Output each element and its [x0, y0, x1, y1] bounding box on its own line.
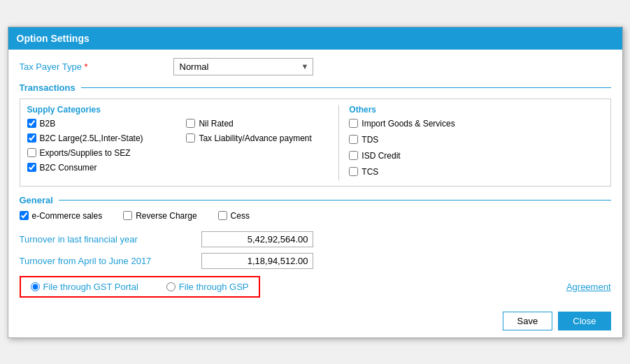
tds-label: TDS	[361, 135, 378, 145]
tax-payer-type-label: Tax Payer Type *	[20, 61, 173, 72]
save-button[interactable]: Save	[503, 312, 553, 330]
reverse-charge-label: Reverse Charge	[136, 211, 196, 221]
exports-sez-checkbox[interactable]	[27, 148, 36, 157]
turnover-last-year-label: Turnover in last financial year	[20, 234, 201, 245]
file-gsp-radio[interactable]	[166, 282, 176, 291]
cess-checkbox[interactable]	[218, 211, 227, 220]
others-title: Others	[349, 105, 603, 115]
turnover-april-june-input[interactable]	[201, 253, 313, 269]
list-item: Reverse Charge	[123, 211, 196, 221]
file-gst-portal-option: File through GST Portal	[31, 282, 138, 292]
list-item: Import Goods & Services	[349, 119, 603, 129]
list-item: Exports/Supplies to SEZ	[27, 148, 173, 158]
others-panel: Others Import Goods & Services TDS ISD C…	[346, 105, 603, 180]
reverse-charge-checkbox[interactable]	[123, 211, 132, 220]
nil-rated-checkbox[interactable]	[186, 119, 195, 128]
transactions-box: Supply Categories B2B Nil Rated B2C Larg…	[20, 99, 611, 187]
supply-categories-grid: B2B Nil Rated B2C Large(2.5L,Inter-State…	[27, 119, 332, 176]
list-item: ISD Credit	[349, 151, 603, 161]
tcs-label: TCS	[361, 167, 378, 177]
list-item: Cess	[218, 211, 250, 221]
tax-payer-type-dropdown-wrapper: Normal Composition Other ▼	[173, 58, 313, 75]
ecommerce-checkbox[interactable]	[20, 211, 29, 220]
file-gsp-label: File through GSP	[179, 282, 249, 292]
close-button[interactable]: Close	[558, 312, 610, 330]
isd-credit-checkbox[interactable]	[349, 151, 358, 160]
nil-rated-label: Nil Rated	[199, 119, 233, 129]
import-goods-checkbox[interactable]	[349, 119, 358, 128]
tds-checkbox[interactable]	[349, 135, 358, 144]
dialog-footer: Save Close	[8, 306, 622, 337]
list-item: Nil Rated	[186, 119, 331, 129]
list-item: e-Commerce sales	[20, 211, 103, 221]
supply-categories-title: Supply Categories	[27, 105, 332, 115]
tax-payer-type-row: Tax Payer Type * Normal Composition Othe…	[20, 58, 611, 75]
file-gst-portal-radio[interactable]	[31, 282, 40, 291]
supply-categories-panel: Supply Categories B2B Nil Rated B2C Larg…	[27, 105, 340, 180]
list-item: B2C Large(2.5L,Inter-State)	[27, 133, 173, 143]
transactions-section-header: Transactions	[20, 82, 611, 93]
turnover-last-year-input[interactable]	[201, 231, 313, 247]
general-section-header: General	[20, 195, 611, 205]
b2c-large-checkbox[interactable]	[27, 133, 36, 143]
b2c-large-label: B2C Large(2.5L,Inter-State)	[40, 133, 143, 143]
b2b-label: B2B	[40, 119, 56, 129]
tax-liability-label: Tax Liability/Advance payment	[199, 133, 311, 143]
list-item: B2C Consumer	[27, 163, 173, 173]
turnover-april-june-label: Turnover from April to June 2017	[20, 256, 201, 266]
list-item: B2B	[27, 119, 173, 129]
exports-sez-label: Exports/Supplies to SEZ	[40, 148, 131, 158]
tax-liability-checkbox[interactable]	[186, 133, 195, 143]
file-options-row: File through GST Portal File through GSP…	[20, 276, 611, 298]
list-item: TDS	[349, 135, 603, 145]
general-checkboxes-row: e-Commerce sales Reverse Charge Cess	[20, 211, 611, 224]
file-gsp-option: File through GSP	[166, 282, 249, 292]
general-section: General e-Commerce sales Reverse Charge …	[20, 195, 611, 269]
list-item	[186, 148, 331, 158]
option-settings-dialog: Option Settings Tax Payer Type * Normal …	[8, 27, 623, 338]
file-options-box: File through GST Portal File through GSP	[20, 276, 260, 298]
b2b-checkbox[interactable]	[27, 119, 36, 128]
cess-label: Cess	[231, 211, 250, 221]
file-gst-portal-label: File through GST Portal	[43, 282, 138, 292]
others-grid: Import Goods & Services TDS ISD Credit T…	[349, 119, 603, 180]
turnover-april-june-row: Turnover from April to June 2017	[20, 253, 611, 269]
dialog-title: Option Settings	[8, 27, 622, 50]
ecommerce-label: e-Commerce sales	[32, 211, 103, 221]
isd-credit-label: ISD Credit	[361, 151, 400, 161]
tcs-checkbox[interactable]	[349, 167, 358, 176]
turnover-last-year-row: Turnover in last financial year	[20, 231, 611, 247]
b2c-consumer-checkbox[interactable]	[27, 163, 36, 172]
tax-payer-type-select[interactable]: Normal Composition Other	[173, 58, 313, 75]
b2c-consumer-label: B2C Consumer	[40, 163, 97, 173]
list-item: Tax Liability/Advance payment	[186, 133, 331, 143]
import-goods-label: Import Goods & Services	[361, 119, 454, 129]
agreement-link[interactable]: Agreement	[566, 282, 611, 292]
list-item: TCS	[349, 167, 603, 177]
